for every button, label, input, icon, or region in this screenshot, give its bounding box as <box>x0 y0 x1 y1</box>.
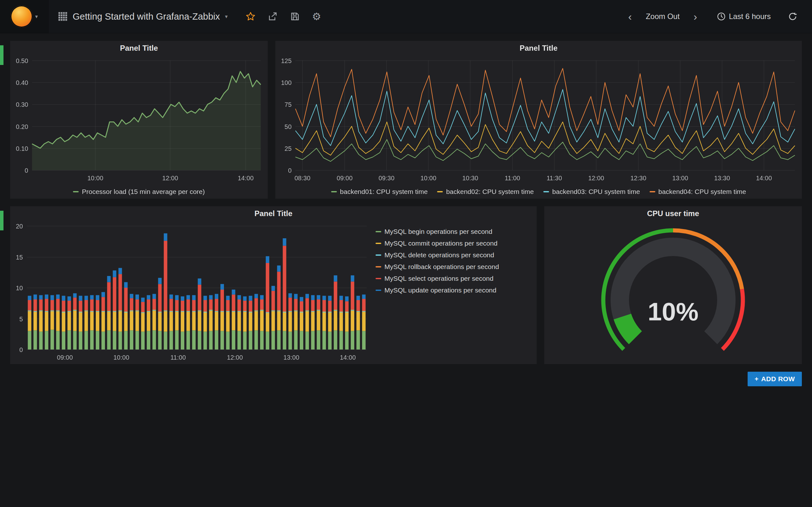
clock-icon <box>717 12 726 21</box>
time-controls: ‹ Zoom Out › Last 6 hours <box>626 11 812 22</box>
dashboard-body: Panel Title Processor load (15 min avera… <box>0 33 812 386</box>
share-button[interactable] <box>268 11 278 21</box>
grafana-menu-button[interactable]: ▾ <box>0 0 49 33</box>
legend-label: Processor load (15 min average per core) <box>82 188 205 195</box>
legend-item[interactable]: MySQL delete operations per second <box>375 251 528 259</box>
plus-icon: + <box>755 375 759 383</box>
panel-title[interactable]: Panel Title <box>10 41 268 55</box>
dashboard-picker[interactable]: Getting Started with Grafana-Zabbix ▾ <box>49 11 237 22</box>
panel-cpu-user-time: CPU user time <box>544 206 802 364</box>
dashboard-row-1: Panel Title Processor load (15 min avera… <box>10 41 802 199</box>
legend-color-chip <box>375 255 381 256</box>
dashboard-grid-icon <box>58 12 67 21</box>
legend-color-chip <box>543 191 549 192</box>
chevron-right-icon: › <box>693 11 698 22</box>
panel-processor-load: Panel Title Processor load (15 min avera… <box>10 41 268 199</box>
legend-item[interactable]: MySQL update operations per second <box>375 286 528 294</box>
legend-item[interactable]: backend04: CPU system time <box>650 188 746 195</box>
legend-item[interactable]: backend01: CPU system time <box>331 188 428 195</box>
panel-legend: Processor load (15 min average per core) <box>10 185 268 199</box>
legend-item[interactable]: MySQL select operations per second <box>375 275 528 282</box>
refresh-icon <box>788 12 798 21</box>
refresh-button[interactable] <box>786 11 799 21</box>
legend-item[interactable]: backend02: CPU system time <box>437 188 534 195</box>
panel-legend: MySQL begin operations per secondMySQL c… <box>374 221 537 364</box>
legend-color-chip <box>375 290 381 291</box>
share-icon <box>268 11 278 21</box>
row-menu-tab[interactable] <box>0 211 3 230</box>
add-row-bar: + ADD ROW <box>10 372 802 386</box>
time-forward-button[interactable]: › <box>691 11 700 22</box>
caret-down-icon: ▾ <box>225 13 228 20</box>
cpu-user-time-gauge[interactable] <box>544 221 802 364</box>
legend-item[interactable]: MySQL begin operations per second <box>375 228 528 235</box>
star-button[interactable] <box>246 11 256 21</box>
legend-color-chip <box>331 191 337 192</box>
legend-color-chip <box>650 191 655 192</box>
legend-color-chip <box>73 191 79 192</box>
legend-item[interactable]: MySQL commit operations per second <box>375 239 528 247</box>
add-row-label: ADD ROW <box>761 375 795 383</box>
processor-load-graph[interactable] <box>10 55 268 185</box>
panel-mysql-operations: Panel Title MySQL begin operations per s… <box>10 206 537 364</box>
legend-color-chip <box>375 231 381 232</box>
chevron-left-icon: ‹ <box>628 11 632 22</box>
panel-title[interactable]: Panel Title <box>10 206 537 221</box>
row-menu-tab[interactable] <box>0 45 3 65</box>
zoom-out-button[interactable]: Zoom Out <box>644 12 681 21</box>
legend-label: MySQL commit operations per second <box>385 239 497 247</box>
mysql-operations-graph[interactable] <box>10 221 374 364</box>
panel-title[interactable]: Panel Title <box>275 41 802 55</box>
panel-cpu-system-time: Panel Title backend01: CPU system timeba… <box>275 41 802 199</box>
legend-item[interactable]: MySQL rollback operations per second <box>375 263 528 271</box>
legend-color-chip <box>375 266 381 268</box>
save-icon <box>290 11 300 21</box>
time-back-button[interactable]: ‹ <box>626 11 635 22</box>
navbar: ▾ Getting Started with Grafana-Zabbix ▾ <box>0 0 812 33</box>
legend-label: MySQL delete operations per second <box>385 251 494 259</box>
settings-button[interactable]: ⚙ <box>312 11 321 21</box>
legend-color-chip <box>375 243 381 244</box>
legend-label: backend03: CPU system time <box>552 188 640 195</box>
add-row-button[interactable]: + ADD ROW <box>748 372 802 386</box>
dashboard-title: Getting Started with Grafana-Zabbix <box>72 11 220 22</box>
legend-label: MySQL rollback operations per second <box>385 263 499 271</box>
zoom-out-label: Zoom Out <box>646 12 680 21</box>
time-range-label: Last 6 hours <box>729 12 771 21</box>
cpu-system-time-graph[interactable] <box>275 55 802 185</box>
legend-label: backend02: CPU system time <box>446 188 534 195</box>
legend-color-chip <box>437 191 443 192</box>
star-icon <box>246 11 256 21</box>
legend-label: MySQL begin operations per second <box>385 228 492 235</box>
gear-icon: ⚙ <box>312 11 321 21</box>
legend-color-chip <box>375 278 381 279</box>
save-button[interactable] <box>290 11 300 21</box>
grafana-logo <box>10 5 33 27</box>
legend-item[interactable]: Processor load (15 min average per core) <box>73 188 205 195</box>
caret-down-icon: ▾ <box>35 13 38 20</box>
grafana-dashboard: ▾ Getting Started with Grafana-Zabbix ▾ <box>0 0 812 507</box>
dashboard-row-2: Panel Title MySQL begin operations per s… <box>10 206 802 364</box>
legend-label: backend01: CPU system time <box>340 188 428 195</box>
panel-title[interactable]: CPU user time <box>544 206 802 221</box>
panel-body: MySQL begin operations per secondMySQL c… <box>10 221 537 364</box>
panel-legend: backend01: CPU system timebackend02: CPU… <box>275 185 802 199</box>
time-range-button[interactable]: Last 6 hours <box>715 12 773 21</box>
legend-label: MySQL select operations per second <box>385 275 494 282</box>
dashboard-actions: ⚙ <box>246 11 321 21</box>
legend-item[interactable]: backend03: CPU system time <box>543 188 640 195</box>
legend-label: MySQL update operations per second <box>385 286 496 294</box>
legend-label: backend04: CPU system time <box>658 188 746 195</box>
